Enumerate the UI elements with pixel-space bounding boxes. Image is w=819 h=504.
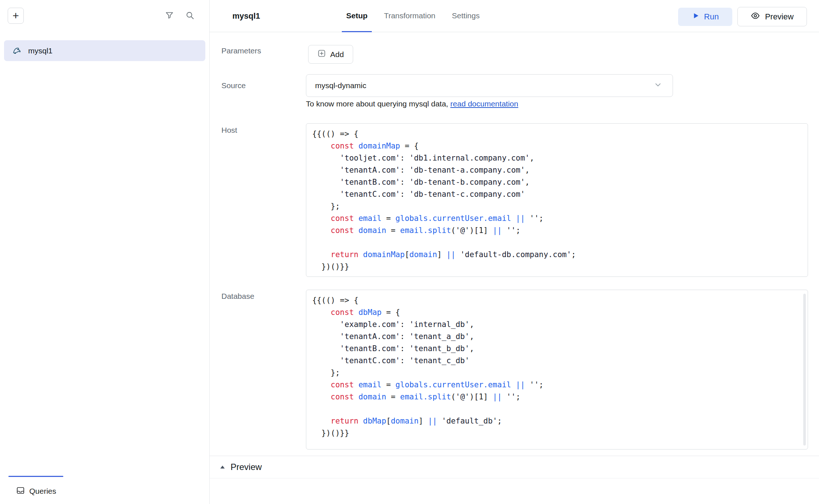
queries-tab-active-indicator: [8, 476, 63, 477]
source-help-text: To know more about querying mysql data, …: [306, 99, 518, 108]
preview-panel-header: Preview: [210, 456, 819, 478]
code-line: 'tenantB.com': 'tenant_b_db',: [312, 343, 802, 355]
query-list-sidebar: + mysql1 Queries: [0, 0, 210, 504]
preview-panel-label: Preview: [231, 462, 262, 472]
host-label: Host: [221, 126, 237, 135]
query-editor-main: mysql1 Setup Transformation Settings Run: [210, 0, 819, 504]
database-code-editor[interactable]: {{(() => { const dbMap = { 'example.com'…: [306, 290, 808, 450]
filter-icon[interactable]: [165, 11, 174, 20]
code-line: const email = globals.currentUser.email …: [312, 379, 802, 391]
chevron-down-icon: [654, 80, 662, 91]
queries-panel-tab[interactable]: Queries: [16, 485, 56, 497]
tab-setup[interactable]: Setup: [342, 0, 372, 32]
read-documentation-link[interactable]: read documentation: [450, 99, 519, 108]
code-line: {{(() => {: [312, 294, 802, 306]
tab-transformation[interactable]: Transformation: [379, 0, 440, 32]
code-line: return domainMap[domain] || 'default-db.…: [312, 249, 802, 261]
source-select[interactable]: mysql-dynamic: [306, 74, 673, 97]
source-label: Source: [221, 81, 246, 90]
eye-icon: [751, 11, 760, 23]
source-select-value: mysql-dynamic: [315, 81, 654, 90]
add-query-button[interactable]: +: [8, 8, 24, 24]
source-help-prefix: To know more about querying mysql data,: [306, 99, 450, 108]
code-line: 'tenantC.com': 'db-tenant-c.company.com': [312, 188, 802, 200]
mysql-icon: [12, 45, 22, 57]
code-line: const email = globals.currentUser.email …: [312, 212, 802, 225]
database-label: Database: [221, 292, 254, 301]
code-line: })()}}: [312, 261, 802, 273]
code-editor-scrollbar[interactable]: [803, 294, 806, 445]
query-editor-header: mysql1 Setup Transformation Settings Run: [210, 0, 819, 32]
add-parameter-label: Add: [330, 50, 344, 59]
code-line: 'example.com': 'internal_db',: [312, 319, 802, 331]
sidebar-top-icons: [165, 11, 195, 20]
code-line: [312, 237, 802, 249]
query-list-item-mysql1[interactable]: mysql1: [4, 40, 205, 61]
code-line: const domain = email.split('@')[1] || ''…: [312, 391, 802, 403]
parameters-label: Parameters: [221, 46, 261, 55]
preview-button[interactable]: Preview: [737, 7, 807, 26]
code-line: const domainMap = {: [312, 140, 802, 152]
code-line: {{(() => {: [312, 128, 802, 140]
queries-icon: [16, 486, 25, 496]
code-line: 'tenantA.com': 'tenant_a_db',: [312, 331, 802, 343]
header-actions: Run Preview: [678, 7, 807, 26]
play-icon: [692, 12, 700, 22]
plus-square-icon: [317, 49, 326, 60]
host-code-editor[interactable]: {{(() => { const domainMap = { 'tooljet.…: [306, 123, 808, 277]
queries-tab-label: Queries: [29, 487, 56, 496]
code-line: const dbMap = {: [312, 306, 802, 319]
code-line: })()}}: [312, 427, 802, 439]
query-item-label: mysql1: [28, 46, 53, 55]
query-title: mysql1: [232, 0, 260, 32]
search-icon[interactable]: [185, 11, 195, 20]
code-line: };: [312, 367, 802, 379]
editor-tabs: Setup Transformation Settings: [342, 0, 484, 32]
collapse-caret-icon[interactable]: [220, 465, 225, 469]
preview-button-label: Preview: [765, 12, 793, 22]
code-line: [312, 403, 802, 415]
tab-settings[interactable]: Settings: [448, 0, 484, 32]
run-button-label: Run: [704, 12, 719, 22]
run-button[interactable]: Run: [678, 8, 732, 26]
code-line: };: [312, 200, 802, 212]
code-line: 'tooljet.com': 'db1.internal.company.com…: [312, 152, 802, 164]
code-line: return dbMap[domain] || 'default_db';: [312, 415, 802, 427]
query-editor-app: + mysql1 Queries mysql1: [0, 0, 819, 504]
code-line: 'tenantB.com': 'db-tenant-b.company.com'…: [312, 176, 802, 188]
add-parameter-button[interactable]: Add: [308, 45, 353, 64]
code-line: 'tenantA.com': 'db-tenant-a.company.com'…: [312, 164, 802, 176]
code-line: 'tenantC.com': 'tenant_c_db': [312, 355, 802, 367]
code-line: const domain = email.split('@')[1] || ''…: [312, 225, 802, 237]
